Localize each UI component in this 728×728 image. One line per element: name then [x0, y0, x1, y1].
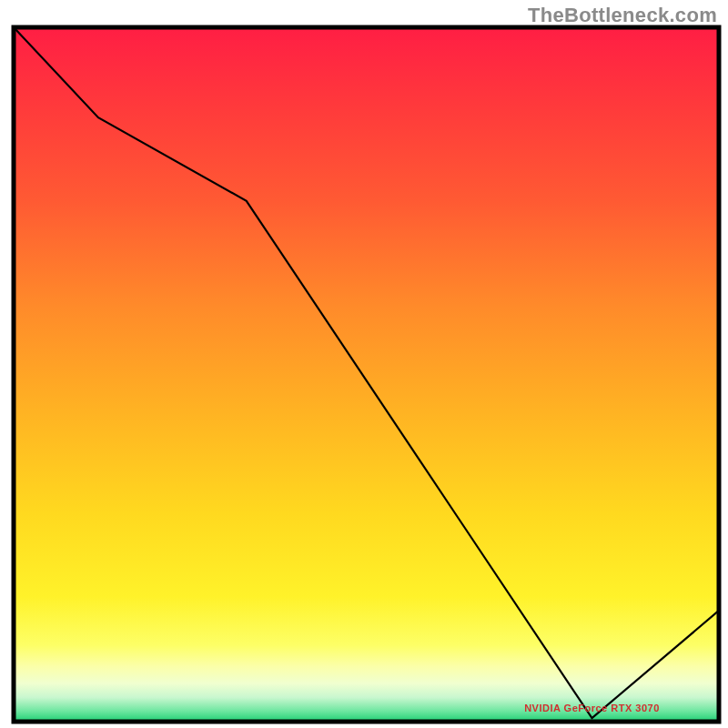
chart-container: TheBottleneck.com NVIDIA GeForce RTX 307… — [0, 0, 728, 728]
optimum-annotation: NVIDIA GeForce RTX 3070 — [524, 703, 660, 713]
plot-background — [14, 27, 719, 722]
chart-svg: NVIDIA GeForce RTX 3070 — [0, 0, 728, 728]
watermark-text: TheBottleneck.com — [528, 4, 717, 27]
